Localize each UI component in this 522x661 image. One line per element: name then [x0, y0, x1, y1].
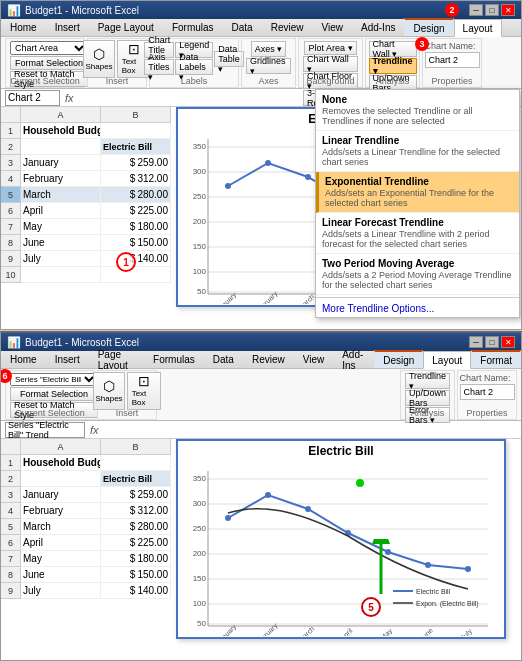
- trendline-linearforecast[interactable]: Linear Forecast Trendline Adds/sets a Li…: [316, 213, 519, 254]
- cell-b10: [101, 267, 171, 282]
- group-label-properties: Properties: [423, 76, 481, 86]
- tab-data[interactable]: Data: [223, 18, 262, 36]
- title-controls[interactable]: ─ □ ✕: [469, 4, 515, 16]
- cell-a9[interactable]: July: [21, 251, 101, 266]
- cell-a4[interactable]: February: [21, 171, 101, 186]
- tab-design-b[interactable]: Design: [374, 350, 423, 368]
- tab-format-b[interactable]: Format: [471, 350, 521, 368]
- cell-b-b2[interactable]: Electric Bill: [101, 471, 171, 486]
- name-box-top[interactable]: Chart 2: [5, 90, 60, 106]
- cell-a3[interactable]: January: [21, 155, 101, 170]
- tab-home-b[interactable]: Home: [1, 350, 46, 368]
- cell-b-b9[interactable]: $140.00: [101, 583, 171, 598]
- chart-wall-btn[interactable]: Chart Wall ▾: [303, 56, 358, 72]
- cell-a-b8[interactable]: June: [21, 567, 101, 582]
- cell-b-b5[interactable]: $280.00: [101, 519, 171, 534]
- data-labels-btn[interactable]: DataLabels ▾: [175, 59, 213, 75]
- minimize-btn[interactable]: ─: [469, 4, 483, 16]
- series-select[interactable]: Series "Electric Bill" Trend: [10, 373, 98, 386]
- trendline-btn-b[interactable]: Trendline ▾: [405, 373, 450, 389]
- close-btn[interactable]: ✕: [501, 4, 515, 16]
- tab-insert[interactable]: Insert: [46, 18, 89, 36]
- cell-a7[interactable]: May: [21, 219, 101, 234]
- group-current-selection: Chart Area Format Selection Reset to Mat…: [5, 38, 85, 88]
- name-box-bottom[interactable]: Series "Electric Bill" Trend: [5, 422, 85, 438]
- group-analysis-b: Trendline ▾ Up/Down Bars Error Bars ▾ An…: [400, 370, 455, 420]
- minimize-btn-b[interactable]: ─: [469, 336, 483, 348]
- cell-a-b3[interactable]: January: [21, 487, 101, 502]
- cell-b-b8[interactable]: $150.00: [101, 567, 171, 582]
- tab-layout[interactable]: Layout: [454, 19, 502, 37]
- tab-review-b[interactable]: Review: [243, 350, 294, 368]
- chart-wall2-btn[interactable]: Chart Wall ▾: [369, 41, 417, 57]
- tab-home[interactable]: Home: [1, 18, 46, 36]
- cell-b7[interactable]: $180.00: [101, 219, 171, 234]
- chart-name-value-b[interactable]: Chart 2: [460, 384, 515, 400]
- cell-b6[interactable]: $225.00: [101, 203, 171, 218]
- tab-formulas[interactable]: Formulas: [163, 18, 223, 36]
- cell-a-b1[interactable]: Household Budget: [21, 455, 101, 470]
- formula-input-b[interactable]: [104, 424, 517, 435]
- chart-name-label-b: Chart Name:: [460, 373, 511, 383]
- tab-pagelayout-b[interactable]: Page Layout: [89, 350, 144, 368]
- row-num-b1: 1: [1, 455, 21, 471]
- cell-b-b6[interactable]: $225.00: [101, 535, 171, 550]
- tab-formulas-b[interactable]: Formulas: [144, 350, 204, 368]
- tab-layout-b[interactable]: Layout: [423, 351, 471, 369]
- tab-view[interactable]: View: [312, 18, 352, 36]
- cell-a-b6[interactable]: April: [21, 535, 101, 550]
- trendline-none[interactable]: None Removes the selected Trendline or a…: [316, 90, 519, 131]
- cell-a-b7[interactable]: May: [21, 551, 101, 566]
- format-selection-btn-b[interactable]: Format Selection: [10, 387, 98, 401]
- cell-b2[interactable]: Electric Bill: [101, 139, 171, 154]
- tab-addins-b[interactable]: Add-Ins: [333, 350, 374, 368]
- trendline-dropdown[interactable]: None Removes the selected Trendline or a…: [315, 89, 520, 318]
- trendline-exponential[interactable]: Exponential Trendline Adds/sets an Expon…: [316, 172, 519, 213]
- cell-a-b4[interactable]: February: [21, 503, 101, 518]
- cell-a-b5[interactable]: March: [21, 519, 101, 534]
- cell-b-b7[interactable]: $180.00: [101, 551, 171, 566]
- gridlines-btn[interactable]: Gridlines ▾: [246, 58, 291, 74]
- format-selection-btn[interactable]: Format Selection: [10, 56, 88, 70]
- cell-b8[interactable]: $150.00: [101, 235, 171, 250]
- close-btn-b[interactable]: ✕: [501, 336, 515, 348]
- trendline-twoperiod[interactable]: Two Period Moving Average Adds/sets a 2 …: [316, 254, 519, 295]
- chart-panel-bottom[interactable]: Electric Bill 350 300 250 200 150 100 50: [176, 439, 506, 639]
- shapes-btn[interactable]: ⬡ Shapes: [83, 40, 114, 78]
- tab-addins[interactable]: Add-Ins: [352, 18, 404, 36]
- cell-b9[interactable]: $140.00: [101, 251, 171, 266]
- cell-a-b9[interactable]: July: [21, 583, 101, 598]
- tab-review[interactable]: Review: [262, 18, 313, 36]
- axes-btn[interactable]: Axes ▾: [251, 41, 287, 57]
- restore-btn-b[interactable]: □: [485, 336, 499, 348]
- trendline-linear[interactable]: Linear Trendline Adds/sets a Linear Tren…: [316, 131, 519, 172]
- restore-btn[interactable]: □: [485, 4, 499, 16]
- tab-design[interactable]: Design: [404, 18, 453, 36]
- cell-b5[interactable]: $280.00: [101, 187, 171, 202]
- cell-b4[interactable]: $312.00: [101, 171, 171, 186]
- cell-b-b3[interactable]: $259.00: [101, 487, 171, 502]
- chart-area-select[interactable]: Chart Area: [10, 41, 88, 55]
- cell-a8[interactable]: June: [21, 235, 101, 250]
- chart-name-value[interactable]: Chart 2: [425, 52, 480, 68]
- group-current-selection-b: Series "Electric Bill" Trend Format Sele…: [5, 370, 95, 420]
- title-controls-bottom[interactable]: ─ □ ✕: [469, 336, 515, 348]
- data-table-btn[interactable]: DataTable ▾: [214, 51, 244, 67]
- cell-a1[interactable]: Household Budget: [21, 123, 101, 138]
- cell-a5[interactable]: March: [21, 187, 101, 202]
- tab-view-b[interactable]: View: [294, 350, 334, 368]
- shapes-btn-b[interactable]: ⬡ Shapes: [93, 372, 124, 410]
- textbox-btn-b[interactable]: ⊡ Text Box: [127, 372, 161, 410]
- trendline-btn[interactable]: Trendline ▾: [369, 58, 417, 74]
- tab-insert-b[interactable]: Insert: [46, 350, 89, 368]
- tab-pagelayout[interactable]: Page Layout: [89, 18, 163, 36]
- cell-a6[interactable]: April: [21, 203, 101, 218]
- more-trendline-options[interactable]: More Trendline Options...: [316, 300, 519, 317]
- group-label-current-b: Current Selection: [6, 408, 94, 418]
- axis-titles-btn[interactable]: AxisTitles ▾: [144, 59, 174, 75]
- cell-b-b4[interactable]: $312.00: [101, 503, 171, 518]
- tab-data-b[interactable]: Data: [204, 350, 243, 368]
- cell-b3[interactable]: $259.00: [101, 155, 171, 170]
- updown-bars-btn-b[interactable]: Up/Down Bars: [405, 390, 450, 406]
- plot-area-btn[interactable]: Plot Area ▾: [304, 41, 356, 55]
